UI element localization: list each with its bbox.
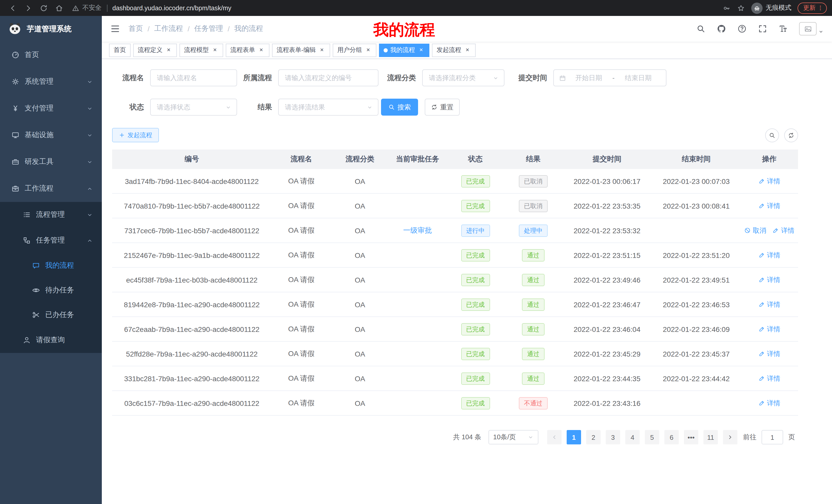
breadcrumb-separator: / [188, 25, 190, 33]
help-icon[interactable] [737, 24, 747, 33]
breadcrumb-item[interactable]: 我的流程 [234, 24, 263, 33]
tab[interactable]: 首页 × [109, 44, 131, 57]
close-icon[interactable]: × [464, 47, 471, 54]
result-badge: 通过 [522, 347, 545, 360]
detail-link[interactable]: 详情 [758, 275, 780, 284]
prev-page-button[interactable] [547, 430, 562, 444]
cancel-link[interactable]: 取消 [744, 226, 766, 235]
result-badge: 通过 [522, 298, 545, 311]
status-select[interactable]: 请选择状态 [150, 99, 237, 116]
status-badge: 已完成 [461, 249, 490, 261]
sidebar-item[interactable]: 流程管理 [0, 202, 102, 228]
sidebar-item[interactable]: 首页 [0, 41, 102, 68]
result-select[interactable]: 请选择流结果 [278, 99, 379, 116]
search-icon[interactable] [696, 24, 705, 33]
cell-end-time: 2022-01-22 23:46:53 [652, 292, 740, 316]
reset-button[interactable]: 重置 [425, 99, 460, 116]
sidebar-item[interactable]: 请假查询 [0, 327, 102, 353]
font-size-icon[interactable] [779, 24, 788, 33]
refresh-table-button[interactable] [784, 128, 798, 142]
tab[interactable]: 流程模型 × [179, 44, 223, 57]
github-icon[interactable] [717, 24, 726, 33]
incognito-badge: 无痕模式 [751, 2, 791, 13]
page-button[interactable]: 3 [606, 430, 620, 444]
page-button[interactable]: 5 [645, 430, 659, 444]
cell-id: 2152467e-7b9b-11ec-9a1b-acde48001122 [112, 243, 271, 267]
close-icon[interactable]: × [318, 47, 326, 54]
detail-link[interactable]: 详情 [758, 201, 780, 211]
app-logo[interactable]: 芋道管理系统 [0, 16, 102, 41]
update-label: 更新 [803, 4, 815, 12]
sidebar-item[interactable]: 系统管理 [0, 68, 102, 95]
forward-icon[interactable] [24, 4, 32, 12]
sidebar-item[interactable]: 待办任务 [0, 278, 102, 303]
hamburger-icon[interactable] [110, 24, 120, 34]
search-button[interactable]: 搜索 [381, 99, 418, 116]
page-size-select[interactable]: 10条/页 [489, 430, 538, 444]
process-definition-input[interactable] [278, 69, 379, 86]
detail-link[interactable]: 详情 [758, 398, 780, 408]
address-bar[interactable]: 不安全 dashboard.yudao.iocoder.cn/bpm/task/… [72, 4, 231, 12]
category-select[interactable]: 请选择流程分类 [422, 69, 504, 86]
menu-dots-icon[interactable] [817, 5, 824, 11]
detail-link[interactable]: 详情 [758, 300, 780, 309]
next-page-button[interactable] [723, 430, 737, 444]
page-button[interactable]: 6 [665, 430, 679, 444]
detail-link[interactable]: 详情 [758, 176, 780, 186]
tab[interactable]: 流程表单-编辑 × [272, 44, 330, 57]
sidebar-item[interactable]: 基础设施 [0, 122, 102, 148]
menu-item-icon [11, 158, 20, 166]
close-icon[interactable]: × [258, 47, 265, 54]
tab[interactable]: 发起流程 × [432, 44, 476, 57]
page-button[interactable]: 1 [567, 430, 581, 444]
close-icon[interactable]: × [211, 47, 218, 54]
page-button[interactable]: 2 [586, 430, 601, 444]
detail-link[interactable]: 详情 [758, 325, 780, 334]
sidebar-item[interactable]: 任务管理 [0, 228, 102, 253]
tab-label: 流程表单 [230, 46, 255, 54]
sidebar-item[interactable]: 研发工具 [0, 148, 102, 175]
page-title-overlay: 我的流程 [373, 20, 435, 40]
breadcrumb-item[interactable]: 首页 [129, 24, 143, 33]
sidebar-item[interactable]: 工作流程 [0, 175, 102, 202]
detail-link[interactable]: 详情 [772, 226, 795, 235]
user-menu[interactable] [799, 22, 824, 35]
tab[interactable]: 流程表单 × [226, 44, 269, 57]
launch-process-button[interactable]: 发起流程 [112, 128, 159, 142]
sidebar-item[interactable]: 已办任务 [0, 303, 102, 327]
toggle-search-button[interactable] [765, 128, 779, 142]
home-icon[interactable] [55, 4, 63, 12]
page-button[interactable]: 11 [703, 430, 718, 444]
pagination: 共 104 条 10条/页 123456•••11 前往 页 [112, 430, 798, 444]
page-button[interactable]: ••• [684, 430, 698, 444]
detail-link[interactable]: 详情 [758, 374, 780, 383]
close-icon[interactable]: × [365, 47, 372, 54]
update-button[interactable]: 更新 [798, 2, 827, 13]
bookmark-star-icon[interactable] [737, 4, 745, 12]
tab[interactable]: 我的流程 × [379, 44, 430, 57]
caret-down-icon [818, 29, 824, 34]
detail-link[interactable]: 详情 [758, 250, 780, 260]
jump-page-input[interactable] [761, 430, 783, 444]
sidebar-item[interactable]: 我的流程 [0, 253, 102, 278]
page-button[interactable]: 4 [625, 430, 640, 444]
back-icon[interactable] [9, 4, 17, 12]
avatar[interactable] [799, 22, 816, 35]
close-icon[interactable]: × [418, 47, 425, 54]
breadcrumb-item[interactable]: 工作流程 [154, 24, 183, 33]
tab[interactable]: 用户分组 × [333, 44, 376, 57]
cell-end-time [652, 218, 740, 243]
reload-icon[interactable] [40, 4, 48, 12]
detail-link[interactable]: 详情 [758, 349, 780, 358]
edit-icon [758, 301, 765, 308]
fullscreen-icon[interactable] [758, 24, 767, 33]
breadcrumb-item[interactable]: 任务管理 [194, 24, 223, 33]
submit-time-range-picker[interactable]: 开始日期 - 结束日期 [553, 69, 667, 86]
cell-end-time: 2022-01-23 00:08:41 [652, 194, 740, 218]
process-name-input[interactable] [150, 69, 237, 86]
tab[interactable]: 流程定义 × [133, 44, 177, 57]
close-icon[interactable]: × [165, 47, 172, 54]
sidebar-item[interactable]: 支付管理 [0, 95, 102, 122]
current-task-link[interactable]: 一级审批 [403, 226, 432, 235]
password-key-icon[interactable] [723, 4, 731, 12]
